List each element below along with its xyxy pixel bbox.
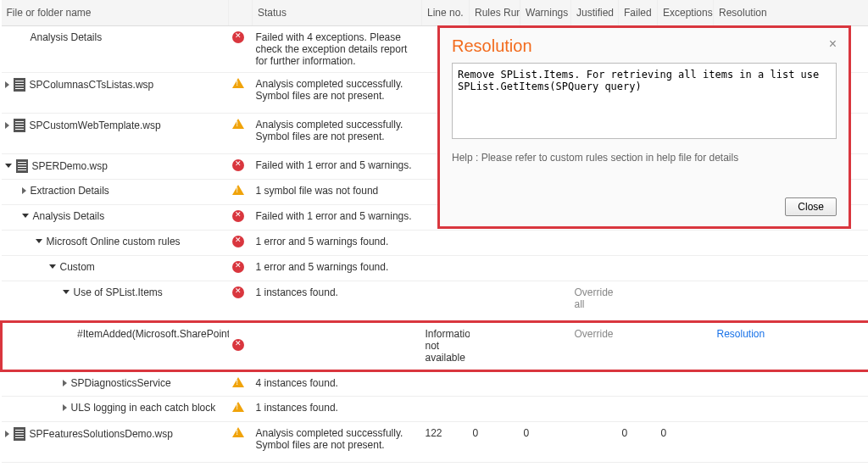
error-icon bbox=[232, 31, 244, 43]
status-text: Failed with 1 error and 5 warnings. bbox=[253, 204, 422, 230]
expand-icon[interactable] bbox=[5, 122, 9, 129]
dialog-help-text: Help : Please refer to custom rules sect… bbox=[452, 152, 837, 164]
row-file-sposandbox[interactable]: SPOSandboxWP.wsp Analysis completed succ… bbox=[2, 462, 869, 467]
collapse-icon[interactable] bbox=[49, 264, 56, 269]
collapse-icon[interactable] bbox=[63, 290, 70, 294]
row-use-of-splist-items[interactable]: Use of SPList.Items 1 instances found. O… bbox=[2, 281, 869, 321]
row-uls-logging[interactable]: ULS logging in each catch block 1 instan… bbox=[2, 396, 869, 421]
col-failed[interactable]: Failed bbox=[619, 0, 658, 25]
resolution-text[interactable] bbox=[452, 63, 837, 139]
warning-icon bbox=[232, 402, 244, 412]
error-icon bbox=[232, 286, 244, 298]
file-icon bbox=[14, 119, 25, 132]
collapse-icon[interactable] bbox=[22, 214, 29, 218]
close-button[interactable]: Close bbox=[785, 197, 837, 216]
status-text: 1 instances found. bbox=[253, 396, 422, 421]
warning-icon bbox=[232, 78, 244, 88]
expand-icon[interactable] bbox=[22, 187, 26, 194]
cell-fail: 0 bbox=[619, 462, 658, 467]
cell-rules: 0 bbox=[470, 462, 520, 467]
row-label: Custom bbox=[60, 261, 95, 273]
col-line[interactable]: Line no. bbox=[422, 0, 470, 25]
warning-icon bbox=[232, 377, 244, 387]
status-text: Failed with 4 exceptions. Please check t… bbox=[253, 25, 422, 72]
col-rules[interactable]: Rules Run bbox=[470, 0, 520, 25]
col-resolution[interactable]: Resolution bbox=[714, 0, 869, 25]
status-text: Failed with 1 error and 5 warnings. bbox=[253, 153, 422, 179]
cell-line: 122 bbox=[422, 462, 470, 467]
expand-icon[interactable] bbox=[5, 431, 9, 437]
col-exceptions[interactable]: Exceptions bbox=[658, 0, 714, 25]
status-text: Analysis completed successfully. Symbol … bbox=[253, 113, 422, 153]
row-label: Use of SPList.Items bbox=[74, 286, 163, 298]
expand-icon[interactable] bbox=[63, 380, 67, 386]
warning-icon bbox=[232, 185, 244, 195]
cell-warn: 0 bbox=[520, 421, 571, 462]
row-label: SPColumnasCTsListas.wsp bbox=[30, 79, 154, 91]
col-warnings[interactable]: Warnings bbox=[520, 0, 571, 25]
close-icon[interactable]: × bbox=[829, 36, 837, 52]
row-ms-online-rules[interactable]: Microsoft Online custom rules 1 error an… bbox=[2, 230, 869, 255]
expand-icon[interactable] bbox=[63, 404, 67, 411]
error-icon bbox=[232, 339, 244, 351]
file-icon bbox=[16, 159, 28, 173]
row-label: Microsoft Online custom rules bbox=[47, 236, 181, 247]
status-text: Analysis completed successfully. Symbol … bbox=[253, 421, 422, 462]
status-text: 4 instances found. bbox=[253, 370, 422, 396]
row-spdiagnostics[interactable]: SPDiagnosticsService 4 instances found. bbox=[2, 370, 869, 396]
status-text: 1 error and 5 warnings found. bbox=[253, 255, 422, 281]
col-icon[interactable] bbox=[229, 0, 253, 25]
row-label: Analysis Details bbox=[33, 210, 105, 222]
error-icon bbox=[232, 210, 244, 222]
col-file[interactable]: File or folder name bbox=[2, 0, 229, 25]
resolution-dialog: Resolution × Help : Please refer to cust… bbox=[437, 25, 851, 229]
status-text: Analysis completed successfully. Symbol … bbox=[253, 72, 422, 113]
dialog-title: Resolution bbox=[452, 36, 837, 56]
error-icon bbox=[232, 261, 244, 273]
cell-rules: 0 bbox=[470, 421, 520, 462]
collapse-icon[interactable] bbox=[5, 164, 12, 168]
status-text: Analysis completed successfully. Symbol … bbox=[253, 462, 422, 467]
collapse-icon[interactable] bbox=[36, 239, 42, 243]
cell-fail: 0 bbox=[619, 421, 658, 462]
row-label: Analysis Details bbox=[31, 31, 103, 43]
error-icon bbox=[232, 236, 244, 247]
file-icon bbox=[14, 78, 25, 92]
status-text: 1 error and 5 warnings found. bbox=[253, 230, 422, 255]
row-label: SPDiagnosticsService bbox=[71, 377, 171, 389]
header-row: File or folder name Status Line no. Rule… bbox=[2, 0, 869, 25]
row-file-spfeatures[interactable]: SPFeaturesSolutionsDemo.wsp Analysis com… bbox=[2, 421, 869, 462]
row-label: SPERDemo.wsp bbox=[32, 160, 108, 172]
warning-icon bbox=[232, 119, 244, 129]
status-text: 1 instances found. bbox=[253, 281, 422, 321]
row-label: Extraction Details bbox=[31, 185, 109, 197]
col-justified[interactable]: Justified bbox=[571, 0, 619, 25]
status-text: 1 symbol file was not found bbox=[253, 179, 422, 204]
expand-icon[interactable] bbox=[5, 81, 9, 88]
cell-warn: 0 bbox=[520, 462, 571, 467]
error-icon bbox=[232, 159, 244, 171]
warning-icon bbox=[232, 427, 244, 437]
row-custom[interactable]: Custom 1 error and 5 warnings found. bbox=[2, 255, 869, 281]
cell-exc: 0 bbox=[658, 462, 714, 467]
col-status[interactable]: Status bbox=[253, 0, 422, 25]
override-all-link[interactable]: Override all bbox=[571, 281, 619, 321]
cell-exc: 0 bbox=[658, 421, 714, 462]
row-label: SPCustomWebTemplate.wsp bbox=[30, 120, 161, 131]
cell-line: 122 bbox=[422, 421, 470, 462]
override-link[interactable]: Override bbox=[571, 321, 619, 370]
row-label: SPFeaturesSolutionsDemo.wsp bbox=[30, 428, 173, 440]
row-label: #ItemAdded(Microsoft.SharePoint.SPItemEv… bbox=[77, 328, 229, 340]
row-label: ULS logging in each catch block bbox=[71, 402, 216, 414]
line-text: Information not available bbox=[422, 321, 470, 370]
file-icon bbox=[14, 427, 25, 441]
resolution-link[interactable]: Resolution bbox=[714, 321, 869, 370]
row-item-added[interactable]: #ItemAdded(Microsoft.SharePoint.SPItemEv… bbox=[2, 321, 869, 370]
